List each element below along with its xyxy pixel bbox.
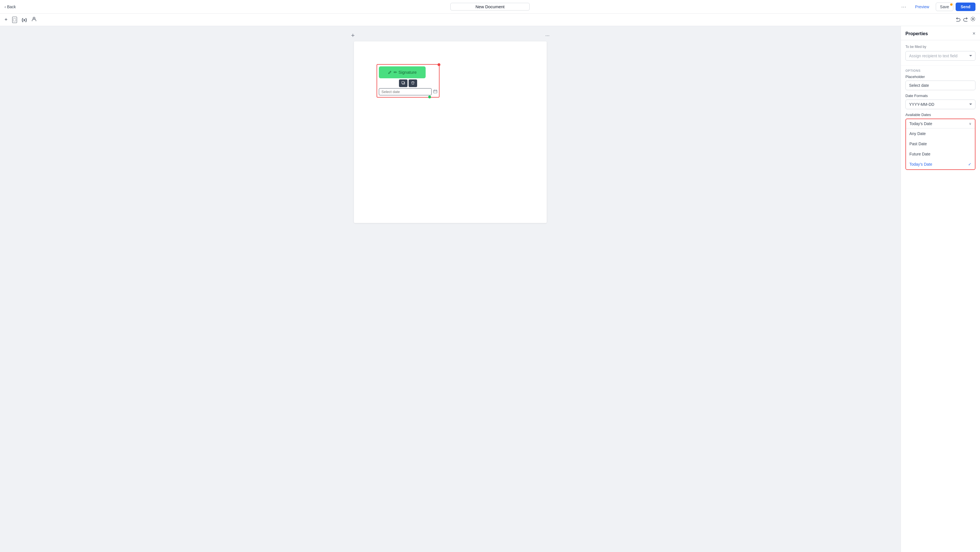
preview-label: Preview (915, 5, 929, 9)
svg-rect-3 (402, 81, 404, 84)
signature-label: ✏ Signature (394, 70, 417, 75)
options-label: OPTIONS (901, 65, 980, 75)
available-dates-list: Any Date Past Date Future Date Today's D… (906, 129, 975, 169)
placeholder-input[interactable] (905, 81, 975, 90)
panel-header: Properties × (901, 26, 980, 40)
date-field-row (379, 88, 437, 95)
date-format-select[interactable]: YYYY-MM-DD MM/DD/YYYY DD/MM/YYYY (905, 100, 975, 109)
available-dates-selected-option[interactable]: Today's Date ∨ (906, 119, 975, 129)
send-label: Send (961, 5, 970, 9)
duplicate-button[interactable] (399, 80, 407, 87)
placeholder-label: Placeholder (905, 75, 975, 79)
trash-icon (411, 81, 415, 86)
pencil-icon (388, 70, 392, 74)
page-icon: □ (12, 17, 17, 23)
signature-selection-border: ✏ Signature (377, 64, 439, 97)
svg-point-1 (972, 18, 974, 20)
svg-rect-4 (434, 90, 437, 93)
canvas-more-button[interactable]: ··· (545, 33, 550, 38)
recipient-select[interactable]: Assign recipient to text field (905, 51, 975, 61)
person-icon (32, 16, 37, 23)
canvas-add-icon: + (351, 32, 355, 39)
back-arrow-icon: ‹ (5, 5, 6, 9)
available-dates-section: Available Dates Today's Date ∨ Any Date … (901, 113, 980, 170)
date-option-past[interactable]: Past Date (906, 139, 975, 149)
send-button[interactable]: Send (956, 3, 975, 11)
toolbar-right (956, 16, 975, 23)
date-formats-label: Date Formats (905, 94, 975, 98)
available-dates-label: Available Dates (905, 113, 975, 117)
signature-button[interactable]: ✏ Signature (379, 66, 426, 78)
redo-icon (963, 16, 968, 23)
selected-date-label: Today's Date (909, 121, 932, 126)
save-label: Save (940, 5, 949, 9)
top-nav: ‹ Back ⋯ Preview Save Send (0, 0, 980, 14)
close-icon: × (972, 30, 975, 36)
toolbar-left: + □ {x} (5, 16, 37, 23)
toolbar: + □ {x} (0, 14, 980, 26)
settings-button[interactable] (970, 16, 975, 23)
properties-panel: Properties × To be filled by Assign reci… (900, 26, 980, 552)
date-option-today[interactable]: Today's Date ✓ (906, 159, 975, 169)
resize-handle-top-right[interactable] (438, 63, 441, 66)
available-dates-dropdown[interactable]: Today's Date ∨ Any Date Past Date Future… (905, 118, 975, 170)
calendar-icon (433, 89, 437, 94)
variable-icon: {x} (22, 18, 27, 22)
settings-icon (970, 16, 975, 23)
main-layout: + ··· ✏ Signature (0, 26, 980, 552)
copy-icon (401, 81, 405, 86)
save-button[interactable]: Save (936, 3, 953, 11)
date-format-section: Date Formats YYYY-MM-DD MM/DD/YYYY DD/MM… (901, 94, 980, 113)
canvas-add-button[interactable]: + (351, 32, 355, 39)
to-be-filled-section: To be filled by Assign recipient to text… (901, 40, 980, 65)
variable-button[interactable]: {x} (22, 18, 27, 22)
canvas-header: + ··· (351, 32, 550, 41)
document-page: ✏ Signature (354, 41, 547, 223)
date-option-any[interactable]: Any Date (906, 129, 975, 139)
dropdown-chevron-icon: ∨ (969, 122, 972, 126)
canvas-area[interactable]: + ··· ✏ Signature (0, 26, 900, 552)
to-be-filled-label: To be filled by (905, 45, 975, 49)
date-option-future[interactable]: Future Date (906, 149, 975, 159)
back-label: Back (7, 5, 16, 9)
redo-button[interactable] (963, 16, 968, 23)
resize-handle-bottom-right[interactable] (428, 96, 431, 99)
undo-button[interactable] (956, 16, 961, 23)
nav-right: ⋯ Preview Save Send (899, 3, 975, 11)
more-options-button[interactable]: ⋯ (899, 3, 908, 11)
date-input[interactable] (379, 88, 431, 95)
checkmark-icon: ✓ (968, 162, 972, 166)
back-button[interactable]: ‹ Back (5, 5, 16, 9)
canvas-more-icon: ··· (545, 33, 550, 38)
signature-block-wrapper: ✏ Signature (377, 64, 439, 97)
more-icon: ⋯ (901, 4, 906, 10)
person-button[interactable] (32, 16, 37, 23)
signature-toolbar (379, 80, 437, 87)
close-panel-button[interactable]: × (972, 30, 975, 37)
add-icon: + (5, 17, 8, 23)
doc-title-input[interactable] (450, 3, 530, 11)
page-icon-button[interactable]: □ (12, 17, 17, 23)
panel-title: Properties (905, 31, 928, 36)
add-element-button[interactable]: + (5, 17, 8, 23)
preview-button[interactable]: Preview (911, 3, 934, 11)
delete-button[interactable] (409, 80, 417, 87)
placeholder-section: Placeholder (901, 75, 980, 94)
undo-icon (956, 16, 961, 23)
doc-title-wrapper (450, 3, 530, 11)
unsaved-indicator (950, 3, 953, 6)
